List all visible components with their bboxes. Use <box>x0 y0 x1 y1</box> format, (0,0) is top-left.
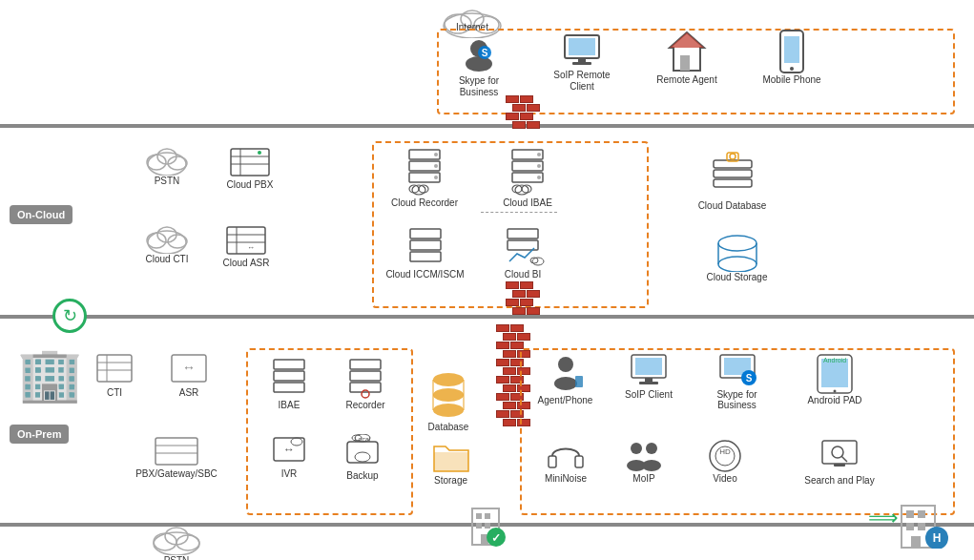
recorder-onprem-label: Recorder <box>332 400 399 410</box>
svg-rect-14 <box>680 55 690 71</box>
svg-rect-77 <box>155 438 197 465</box>
video-item: HD Video <box>696 439 754 484</box>
mobile-phone-item: Mobile Phone <box>754 29 830 86</box>
sync-arrow-right: ⟹ <box>868 506 899 530</box>
search-play-item: Search and Play <box>801 439 878 486</box>
pbx-label: PBX/Gateway/SBC <box>134 468 219 479</box>
mininoise-item: MiniNoise <box>532 439 599 484</box>
svg-rect-58 <box>508 229 538 239</box>
svg-marker-15 <box>670 32 704 48</box>
android-pad-label: Android PAD <box>801 395 868 405</box>
soip-remote-item: SoIP Remote Client <box>544 33 620 93</box>
svg-point-20 <box>147 155 166 170</box>
search-play-label: Search and Play <box>801 475 878 486</box>
svg-rect-143 <box>485 513 490 519</box>
database-onprem-item: Database <box>415 372 482 432</box>
svg-text:S: S <box>745 373 752 384</box>
svg-rect-10 <box>569 38 595 55</box>
svg-rect-142 <box>476 513 482 519</box>
svg-rect-57 <box>410 252 441 261</box>
svg-point-49 <box>537 153 541 156</box>
sync-icon: ↻ <box>52 299 87 333</box>
svg-point-29 <box>147 233 166 248</box>
moip-label: MoIP <box>615 473 673 484</box>
pstn-cloud-item: PSTN <box>134 145 200 186</box>
cloud-recorder-label: Cloud Recorder <box>382 197 467 208</box>
svg-point-101 <box>558 357 573 372</box>
svg-point-41 <box>434 164 438 168</box>
cloud-storage-label: Cloud Storage <box>696 272 777 282</box>
backup-label: Backup <box>329 470 396 481</box>
svg-rect-17 <box>784 36 799 63</box>
svg-rect-130 <box>906 510 914 518</box>
svg-point-18 <box>790 67 794 71</box>
svg-text:↔: ↔ <box>247 243 255 252</box>
svg-rect-116 <box>549 456 556 467</box>
building-right: H <box>897 496 949 549</box>
svg-point-121 <box>642 460 661 471</box>
zone-prem-label: On-Prem <box>10 425 69 444</box>
storage-onprem-label: Storage <box>420 475 482 486</box>
svg-point-119 <box>646 443 657 454</box>
svg-rect-107 <box>639 382 658 384</box>
svg-point-68 <box>718 257 756 272</box>
svg-rect-100 <box>434 452 468 471</box>
svg-rect-71 <box>97 355 132 382</box>
recorder-onprem-item: Recorder <box>332 358 399 410</box>
svg-rect-12 <box>572 62 591 65</box>
asr-item: ↔ ASR <box>160 353 218 398</box>
mobile-phone-label: Mobile Phone <box>754 74 830 86</box>
svg-rect-80 <box>274 360 304 369</box>
cloud-database-item: Cloud Database <box>687 151 777 211</box>
firewall-mid <box>506 281 540 315</box>
svg-point-89 <box>291 438 302 446</box>
svg-rect-63 <box>714 170 752 177</box>
svg-text:S: S <box>482 48 488 58</box>
svg-rect-81 <box>274 371 304 381</box>
svg-rect-134 <box>911 536 921 548</box>
svg-rect-103 <box>575 376 583 387</box>
building-check: ✓ <box>467 501 506 549</box>
cloud-bi-label: Cloud BI <box>485 269 561 280</box>
agent-phone-label: Agent/Phone <box>529 395 601 405</box>
cloud-recorder-item: Cloud Recorder <box>382 148 467 208</box>
video-label: Video <box>696 473 754 484</box>
svg-text:✓: ✓ <box>491 531 501 545</box>
cloud-bi-item: Cloud BI <box>485 227 561 280</box>
agent-phone-item: Agent/Phone <box>529 353 601 405</box>
cloud-pbx-item: Cloud PBX <box>212 145 288 190</box>
svg-point-118 <box>631 443 642 454</box>
cloud-iccm-label: Cloud ICCM/ISCM <box>380 269 470 280</box>
ivr-label: IVR <box>256 468 322 479</box>
svg-rect-117 <box>575 456 583 467</box>
svg-rect-106 <box>645 378 653 382</box>
svg-point-67 <box>718 236 756 251</box>
cloud-iccm-item: Cloud ICCM/ISCM <box>380 227 470 280</box>
pbx-item: PBX/Gateway/SBC <box>134 434 219 479</box>
asr-label: ASR <box>160 387 218 398</box>
cloud-ibae-label: Cloud IBAE <box>485 197 570 208</box>
svg-text:Android: Android <box>823 357 846 363</box>
skype-business-item: S Skype for Business <box>441 33 517 98</box>
firewall-top <box>506 95 540 129</box>
svg-rect-82 <box>274 383 304 392</box>
svg-rect-11 <box>578 58 586 62</box>
svg-rect-125 <box>822 441 857 464</box>
svg-rect-84 <box>350 371 381 381</box>
svg-point-50 <box>537 164 541 168</box>
dotted-separator <box>481 212 557 213</box>
svg-point-27 <box>258 151 261 155</box>
svg-rect-128 <box>834 464 845 467</box>
svg-rect-132 <box>906 523 914 530</box>
skype-business-prem-label: Skype for Business <box>696 389 777 410</box>
cloud-asr-item: ↔ Cloud ASR <box>208 223 284 268</box>
remote-agent-item: Remote Agent <box>649 29 725 86</box>
cloud-pbx-label: Cloud PBX <box>212 179 288 190</box>
mininoise-label: MiniNoise <box>532 473 599 484</box>
ivr-item: ↔ IVR <box>256 434 322 479</box>
svg-rect-131 <box>918 510 925 518</box>
svg-point-95 <box>433 373 464 386</box>
svg-line-127 <box>841 456 847 462</box>
building-left: 🏢 <box>17 343 83 405</box>
svg-rect-55 <box>410 229 441 239</box>
